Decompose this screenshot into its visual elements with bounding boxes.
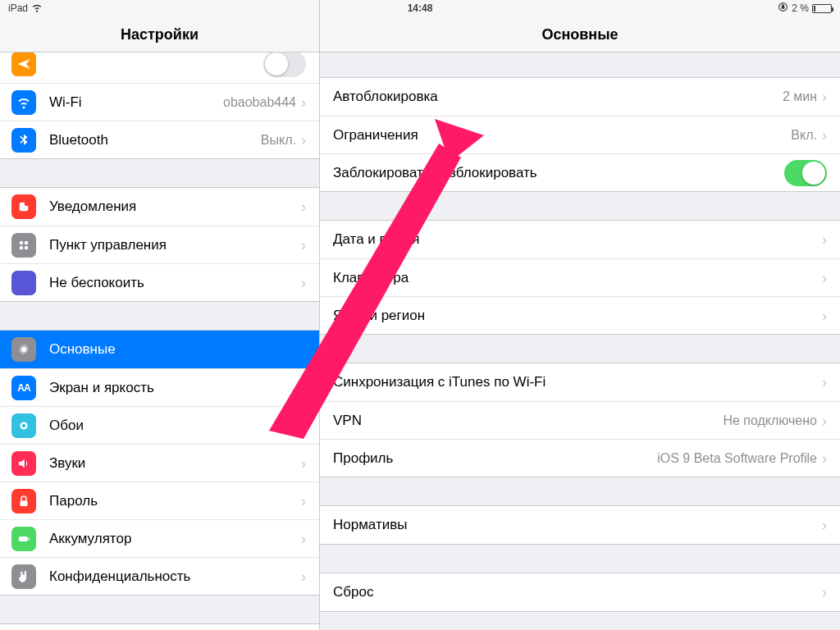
orientation-lock-icon xyxy=(778,2,788,15)
detail-group-3: Нормативы › xyxy=(320,505,840,545)
airplane-icon xyxy=(11,52,36,76)
wifi-icon xyxy=(31,2,43,16)
notifications-icon xyxy=(11,194,36,219)
lock-unlock-toggle[interactable] xyxy=(784,160,827,186)
sidebar-item-label: Аккумулятор xyxy=(49,531,301,547)
sidebar-item-sounds[interactable]: Звуки › xyxy=(0,444,319,482)
sidebar-item-label: Основные xyxy=(49,341,306,358)
hand-icon xyxy=(11,564,36,589)
lock-icon xyxy=(11,489,36,514)
chevron-right-icon: › xyxy=(822,308,827,323)
control-center-icon xyxy=(11,233,36,258)
sidebar-item-label: Пароль xyxy=(49,493,301,509)
sidebar-group-notifications: Уведомления › Пункт управления › Не бесп… xyxy=(0,187,319,302)
row-label: Автоблокировка xyxy=(333,89,783,105)
chevron-right-icon: › xyxy=(822,585,827,600)
battery-icon xyxy=(11,527,36,551)
row-restrictions[interactable]: Ограничения Вкл. › xyxy=(320,116,840,153)
row-vpn[interactable]: VPN Не подключено › xyxy=(320,401,840,439)
row-keyboard[interactable]: Клавиатура › xyxy=(320,258,840,296)
row-label: Заблокировать/разблокировать xyxy=(333,165,784,181)
wallpaper-icon xyxy=(11,413,36,438)
detail-group-2: Синхронизация с iTunes по Wi-Fi › VPN Не… xyxy=(320,363,840,477)
chevron-right-icon: › xyxy=(301,569,306,584)
sidebar-item-battery[interactable]: Аккумулятор › xyxy=(0,519,319,557)
row-language[interactable]: Язык и регион › xyxy=(320,296,840,334)
battery-icon xyxy=(812,4,832,13)
sidebar-item-label: Экран и яркость xyxy=(49,380,301,396)
sidebar-item-icloud[interactable]: iCloud › xyxy=(0,624,319,630)
detail-pane: Основные Автоблокировка 2 мин › Ограниче… xyxy=(320,0,840,630)
chevron-right-icon: › xyxy=(822,89,827,104)
row-label: Язык и регион xyxy=(333,308,822,324)
svg-rect-11 xyxy=(19,536,28,541)
chevron-right-icon: › xyxy=(301,95,306,110)
sidebar-item-wallpaper[interactable]: Обои › xyxy=(0,406,319,444)
row-value: 2 мин xyxy=(783,89,817,104)
sidebar-group-connectivity: Wi-Fi obaobab444 › Bluetooth Выкл. › xyxy=(0,52,319,159)
row-label: Дата и время xyxy=(333,231,822,248)
svg-point-4 xyxy=(25,240,29,244)
row-itunes-wifi[interactable]: Синхронизация с iTunes по Wi-Fi › xyxy=(320,363,840,401)
sidebar-item-label: Уведомления xyxy=(49,199,301,215)
chevron-right-icon: › xyxy=(301,199,306,214)
moon-icon xyxy=(11,271,36,295)
sounds-icon xyxy=(11,451,36,476)
sidebar-item-privacy[interactable]: Конфиденциальность › xyxy=(0,557,319,595)
gear-icon xyxy=(11,337,36,362)
device-label: iPad xyxy=(8,2,28,14)
sidebar-item-label: Звуки xyxy=(49,455,301,472)
sidebar-item-label: Конфиденциальность xyxy=(49,568,301,585)
sidebar-item-label: Пункт управления xyxy=(49,237,301,253)
row-label: Клавиатура xyxy=(333,270,822,286)
clock: 14:48 xyxy=(408,2,433,14)
detail-group-1: Дата и время › Клавиатура › Язык и регио… xyxy=(320,220,840,335)
sidebar-group-main: Основные AA Экран и яркость › Обои › xyxy=(0,330,319,596)
sidebar-item-notifications[interactable]: Уведомления › xyxy=(0,188,319,226)
sidebar-item-display[interactable]: AA Экран и яркость › xyxy=(0,368,319,406)
row-label: Нормативы xyxy=(333,517,822,533)
sidebar-item-label: Bluetooth xyxy=(49,132,261,148)
sidebar-item-control-center[interactable]: Пункт управления › xyxy=(0,226,319,263)
detail-group-4: Сброс › xyxy=(320,573,840,612)
airplane-toggle[interactable] xyxy=(263,52,306,77)
sidebar-item-bluetooth[interactable]: Bluetooth Выкл. › xyxy=(0,121,319,158)
row-autolock[interactable]: Автоблокировка 2 мин › xyxy=(320,78,840,116)
svg-rect-10 xyxy=(21,500,28,506)
row-reset[interactable]: Сброс › xyxy=(320,573,840,611)
chevron-right-icon: › xyxy=(301,418,306,433)
chevron-right-icon: › xyxy=(822,518,827,532)
row-lock-unlock[interactable]: Заблокировать/разблокировать xyxy=(320,153,840,191)
row-label: Синхронизация с iTunes по Wi-Fi xyxy=(333,374,822,390)
svg-rect-12 xyxy=(28,537,30,540)
svg-point-9 xyxy=(22,423,26,427)
sidebar-item-value: Выкл. xyxy=(261,133,296,148)
sidebar-item-passcode[interactable]: Пароль › xyxy=(0,482,319,519)
svg-point-3 xyxy=(20,240,24,244)
row-value: Вкл. xyxy=(791,128,817,143)
display-icon: AA xyxy=(11,376,36,400)
sidebar-item-dnd[interactable]: Не беспокоить › xyxy=(0,263,319,301)
sidebar-item-label: Wi-Fi xyxy=(49,94,223,111)
sidebar-item-airplane[interactable] xyxy=(0,52,319,83)
sidebar-item-general[interactable]: Основные xyxy=(0,331,319,368)
row-value: iOS 9 Beta Software Profile xyxy=(657,451,817,466)
row-profile[interactable]: Профиль iOS 9 Beta Software Profile › xyxy=(320,439,840,477)
wifi-icon xyxy=(11,90,36,115)
chevron-right-icon: › xyxy=(822,413,827,428)
row-value: Не подключено xyxy=(723,413,817,428)
row-datetime[interactable]: Дата и время › xyxy=(320,221,840,258)
battery-percent: 2 % xyxy=(792,2,809,14)
svg-point-2 xyxy=(25,201,30,206)
bluetooth-icon xyxy=(11,128,36,153)
chevron-right-icon: › xyxy=(822,128,827,143)
sidebar-group-icloud: iCloud › xyxy=(0,623,319,630)
row-regulatory[interactable]: Нормативы › xyxy=(320,506,840,544)
chevron-right-icon: › xyxy=(301,532,306,546)
chevron-right-icon: › xyxy=(301,238,306,253)
sidebar-item-wifi[interactable]: Wi-Fi obaobab444 › xyxy=(0,83,319,121)
svg-point-5 xyxy=(20,245,24,249)
chevron-right-icon: › xyxy=(822,232,827,247)
sidebar-item-label: Не беспокоить xyxy=(49,275,301,291)
chevron-right-icon: › xyxy=(822,451,827,466)
